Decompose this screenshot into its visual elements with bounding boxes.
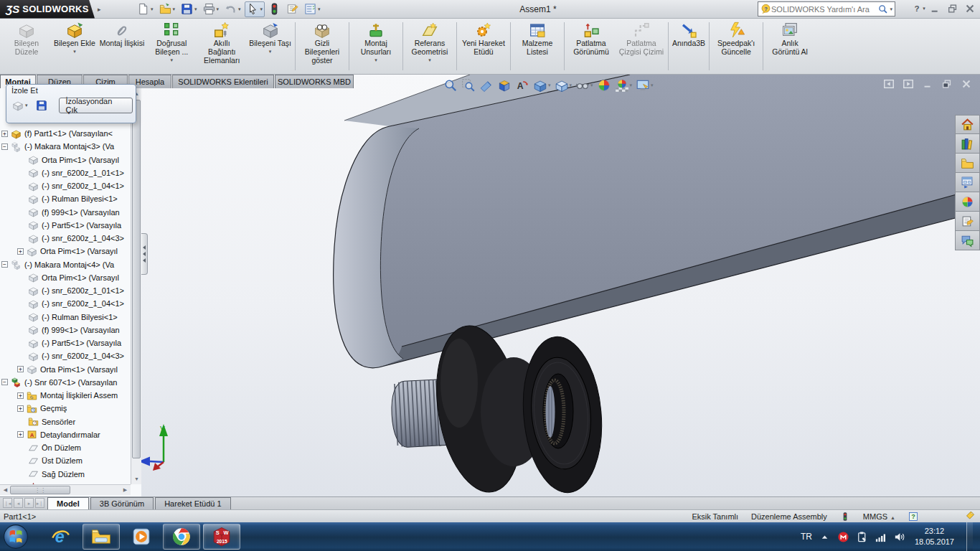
- doc-tab-nav-arrow[interactable]: ◂: [14, 498, 23, 508]
- close-button[interactable]: [963, 1, 977, 16]
- rebuild-button[interactable]: [266, 1, 283, 17]
- tree-item[interactable]: (f) 999<1> (Varsayılan: [0, 324, 131, 336]
- taskbar-clock[interactable]: 23:12 18.05.2017: [915, 526, 954, 547]
- doc-tab-nav-arrow[interactable]: ❘◂: [3, 498, 12, 508]
- exit-isolation-button[interactable]: İzolasyondan Çık: [59, 98, 133, 113]
- dropdown-arrow-icon[interactable]: ▾: [170, 57, 173, 63]
- tree-expander-icon[interactable]: +: [1, 131, 8, 137]
- zoom-to-fit-button[interactable]: [443, 78, 458, 93]
- linear-pattern-button[interactable]: Doğrusal Bileşen ...▾: [146, 20, 197, 72]
- dropdown-arrow-icon[interactable]: ▾: [73, 49, 76, 55]
- scroll-down-icon[interactable]: ▼: [131, 474, 142, 484]
- window-minimize-button[interactable]: [921, 78, 934, 90]
- taskbar-windows-explorer[interactable]: [83, 524, 120, 550]
- show-desktop-button[interactable]: [966, 522, 973, 551]
- apply-scene-button[interactable]: ▾: [615, 78, 633, 93]
- options-button[interactable]: ▾: [302, 1, 323, 17]
- tree-item[interactable]: (-) snr_6200z_1_04<1>: [0, 297, 131, 310]
- tree-item[interactable]: −(-) Snr 607<1> (Varsayılan: [0, 376, 131, 389]
- tree-expander-icon[interactable]: +: [17, 405, 24, 412]
- tree-item[interactable]: +Geçmiş: [0, 402, 131, 415]
- isolate-save-button[interactable]: [34, 98, 50, 113]
- previous-view-button[interactable]: [479, 78, 494, 93]
- doc-tab-nav-arrow[interactable]: ▸: [24, 498, 34, 508]
- tree-item[interactable]: Sağ Düzlem: [0, 468, 131, 481]
- taskpane-home-button[interactable]: [955, 115, 980, 134]
- tree-vertical-scrollbar[interactable]: ▲ ▼: [131, 88, 141, 484]
- open-button[interactable]: ▾: [157, 1, 178, 17]
- tree-item[interactable]: +(f) Part1<1> (Varsayılan<: [0, 127, 131, 140]
- tree-expander-icon[interactable]: +: [17, 431, 24, 438]
- hide-show-items-button[interactable]: ▾: [575, 78, 593, 93]
- section-view-button[interactable]: [497, 78, 512, 93]
- taskpane-custom-properties-button[interactable]: [955, 212, 980, 231]
- insert-component-button[interactable]: Bileşen Ekle▾: [52, 20, 98, 72]
- view-orientation-button[interactable]: ▾: [533, 78, 551, 93]
- search-input[interactable]: [771, 5, 877, 14]
- annotation-view-button[interactable]: A: [515, 78, 529, 93]
- tray-volume-icon[interactable]: [893, 531, 905, 543]
- tree-item[interactable]: Sensörler: [0, 415, 131, 428]
- reference-geometry-button[interactable]: Referans Geometrisi▾: [405, 20, 455, 72]
- zoom-to-area-button[interactable]: [461, 78, 476, 93]
- tab-solidworks-eklentileri[interactable]: SOLIDWORKS Eklentileri: [172, 75, 274, 88]
- window-close-button[interactable]: [960, 78, 973, 90]
- units-selector[interactable]: MMGS▲: [863, 512, 895, 521]
- tags-icon[interactable]: [965, 510, 976, 522]
- scrollbar-thumb[interactable]: [10, 486, 70, 494]
- tree-item[interactable]: (-) Rulman Bilyesi<1>: [0, 311, 131, 324]
- split-pane-right-button[interactable]: [902, 78, 915, 90]
- tree-item[interactable]: (-) snr_6200z_1_04<3>: [0, 232, 131, 245]
- tree-item[interactable]: (-) snr_6200z_1_04<3>: [0, 349, 131, 362]
- file-properties-button[interactable]: [284, 1, 301, 17]
- dropdown-arrow-icon[interactable]: ▾: [269, 49, 272, 55]
- taskpane-file-explorer-button[interactable]: [955, 154, 980, 173]
- tree-expander-icon[interactable]: −: [1, 379, 8, 385]
- tree-expander-icon[interactable]: +: [17, 392, 24, 399]
- doc-tab-model[interactable]: Model: [47, 497, 89, 509]
- scroll-right-icon[interactable]: ▶: [120, 485, 131, 495]
- tree-item[interactable]: −(-) Makara Montaj<4> (Va: [0, 258, 131, 271]
- scroll-left-icon[interactable]: ◀: [0, 485, 11, 495]
- bill-of-materials-button[interactable]: Malzeme Listesi: [512, 20, 562, 72]
- tree-expander-icon[interactable]: −: [1, 143, 8, 150]
- search-icon[interactable]: [877, 4, 888, 14]
- taskbar-media-player[interactable]: [123, 524, 160, 550]
- graphics-area[interactable]: Y Z A▾▾▾▾▾: [0, 75, 980, 496]
- tree-item[interactable]: Orta Pim<1> (Varsayıl: [0, 154, 131, 166]
- doc-tab-3b-g-r-n-m[interactable]: 3B Görünüm: [90, 497, 154, 509]
- tray-mega-icon[interactable]: [837, 531, 849, 543]
- tree-item[interactable]: −(-) Makara Montaj<3> (Va: [0, 140, 131, 153]
- assembly-features-button[interactable]: Montaj Unsurları▾: [351, 20, 401, 72]
- window-restore-button[interactable]: [941, 78, 953, 90]
- tree-item[interactable]: (-) Part5<1> (Varsayıla: [0, 336, 131, 349]
- tree-expander-icon[interactable]: +: [17, 366, 24, 372]
- taskbar-solidworks[interactable]: SW2015: [203, 524, 240, 550]
- mate-button[interactable]: Montaj İlişkisi: [98, 20, 146, 72]
- tree-item[interactable]: +Montaj İlişkileri Assem: [0, 389, 131, 402]
- tree-item[interactable]: (-) snr_6200z_1_01<1>: [0, 284, 131, 297]
- move-component-button[interactable]: Bileşeni Taşı▾: [247, 20, 293, 72]
- tree-item[interactable]: +ADetaylandırmalar: [0, 428, 131, 441]
- taskpane-view-palette-button[interactable]: [955, 173, 980, 192]
- dropdown-arrow-icon[interactable]: ▾: [428, 57, 431, 63]
- tab-solidworks-mbd[interactable]: SOLIDWORKS MBD: [275, 75, 354, 88]
- tree-item[interactable]: (-) snr_6200z_1_01<1>: [0, 166, 131, 179]
- doc-tab-nav-arrow[interactable]: ▸❘: [35, 498, 44, 508]
- tray-network-icon[interactable]: [875, 531, 887, 543]
- tree-item[interactable]: (-) Part5<1> (Varsayıla: [0, 219, 131, 232]
- taskpane-forum-button[interactable]: [955, 231, 980, 250]
- tray-expand-icon[interactable]: [819, 531, 831, 543]
- tree-expander-icon[interactable]: −: [1, 261, 8, 268]
- tree-horizontal-scrollbar[interactable]: ◀ ▶: [0, 484, 131, 495]
- panel-collapse-handle[interactable]: [141, 233, 148, 275]
- view-settings-button[interactable]: ▾: [636, 78, 654, 93]
- tree-item[interactable]: (-) snr_6200z_1_04<1>: [0, 179, 131, 192]
- save-button[interactable]: ▾: [179, 1, 199, 17]
- taskbar-chrome[interactable]: [163, 524, 200, 550]
- tree-item[interactable]: Üst Düzlem: [0, 454, 131, 467]
- help-button[interactable]: ?▾: [911, 1, 925, 16]
- help-search-box[interactable]: ? ▾: [758, 1, 895, 17]
- exploded-view-button[interactable]: Patlatma Görünümü: [566, 20, 616, 72]
- tray-clipboard-icon[interactable]: [856, 531, 868, 543]
